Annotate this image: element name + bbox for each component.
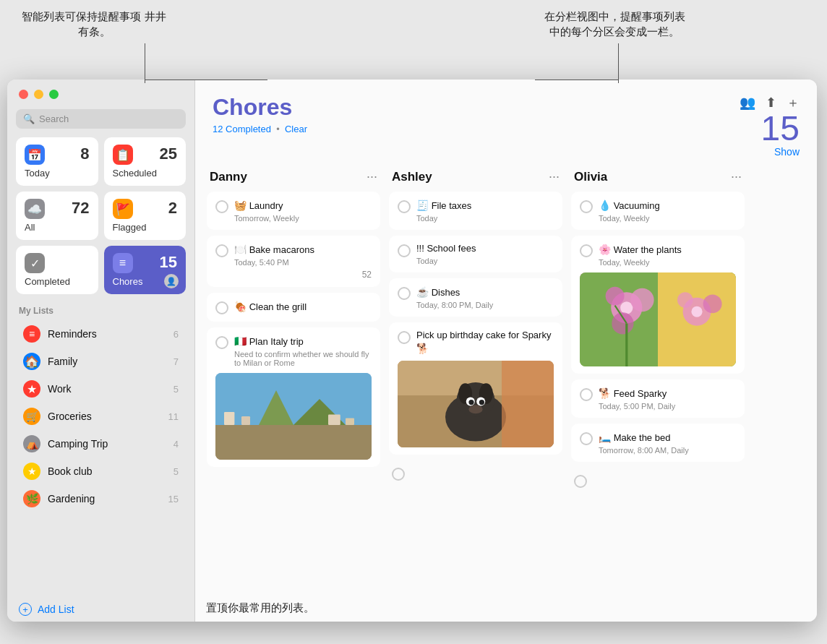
column-ashley-more-icon[interactable]: ··· (549, 169, 560, 184)
bake-title: 🍽️ Bake macarons (234, 243, 372, 257)
svg-point-26 (612, 312, 633, 334)
maximize-button[interactable] (49, 90, 59, 99)
taxes-emoji: 🧾 (416, 199, 429, 211)
svg-rect-5 (241, 416, 250, 425)
smart-card-chores[interactable]: ≡ Chores 15 👤 (104, 246, 187, 294)
app-window: 🔍 Search 📅 Today 8 📋 Scheduled 25 ☁️ All… (7, 80, 817, 622)
window-controls (7, 80, 194, 106)
reminder-school-fees[interactable]: !!! School fees Today (389, 236, 562, 272)
empty-checkbox[interactable] (574, 475, 587, 488)
ashley-empty-row (389, 460, 562, 486)
reminder-checkbox[interactable] (398, 244, 411, 257)
column-danny: Danny ··· 🧺 Laundry Tomorrow, (207, 169, 380, 622)
reminders-count: 6 (173, 329, 179, 340)
sidebar-item-work[interactable]: ★ Work 5 (12, 375, 190, 403)
reminder-checkbox[interactable] (398, 287, 411, 300)
reminders-icon: ≡ (23, 325, 40, 343)
svg-point-30 (691, 306, 702, 317)
search-bar[interactable]: 🔍 Search (16, 109, 186, 129)
column-ashley: Ashley ··· 🧾 File taxes Today (389, 169, 562, 622)
reminder-feed-sparky[interactable]: 🐕 Feed Sparky Today, 5:00 PM, Daily (571, 379, 745, 418)
column-olivia-name: Olivia (574, 170, 607, 184)
reminder-info: 🍖 Clean the grill (234, 300, 372, 314)
reminder-birthday-cake[interactable]: Pick up birthday cake for Sparky 🐕 (389, 322, 562, 455)
sidebar-item-bookclub[interactable]: ★ Book club 5 (12, 458, 190, 485)
italy-emoji: 🇮🇹 (234, 335, 247, 347)
taxes-title: 🧾 File taxes (416, 199, 554, 212)
reminder-checkbox[interactable] (215, 301, 228, 314)
reminder-dishes[interactable]: ☕ Dishes Today, 8:00 PM, Daily (389, 278, 562, 317)
flagged-count: 2 (168, 199, 177, 218)
empty-checkbox[interactable] (392, 468, 405, 481)
smart-card-flagged[interactable]: 🚩 Flagged 2 (104, 192, 187, 240)
reminder-checkbox[interactable] (215, 336, 228, 349)
gardening-icon: 🌿 (23, 490, 40, 507)
gardening-label: Gardening (48, 493, 161, 505)
reminder-info: 🍽️ Bake macarons Today, 5:40 PM (234, 243, 372, 267)
all-count: 72 (72, 199, 89, 218)
reminder-checkbox[interactable] (398, 331, 411, 344)
people-icon[interactable]: 👥 (740, 95, 755, 111)
smart-card-completed[interactable]: ✓ Completed (16, 246, 98, 294)
smart-card-today[interactable]: 📅 Today 8 (16, 137, 98, 186)
close-button[interactable] (19, 90, 28, 99)
column-danny-more-icon[interactable]: ··· (367, 169, 377, 184)
scheduled-label: Scheduled (113, 168, 178, 179)
column-danny-name: Danny (210, 170, 247, 184)
smart-card-scheduled[interactable]: 📋 Scheduled 25 (104, 137, 187, 186)
sidebar-item-gardening[interactable]: 🌿 Gardening 15 (12, 485, 190, 512)
feed-sparky-emoji: 🐕 (599, 387, 611, 399)
reminder-plan-italy[interactable]: 🇮🇹 Plan Italy trip Need to confirm wheth… (207, 327, 380, 467)
reminder-checkbox[interactable] (580, 388, 593, 401)
column-olivia-header: Olivia ··· (571, 169, 745, 192)
share-icon[interactable]: ⬆ (766, 95, 776, 111)
reminder-file-taxes[interactable]: 🧾 File taxes Today (389, 192, 562, 230)
reminder-clean-grill[interactable]: 🍖 Clean the grill (207, 293, 380, 322)
minimize-button[interactable] (34, 90, 43, 99)
all-icon: ☁️ (25, 199, 45, 219)
sidebar-item-reminders[interactable]: ≡ Reminders 6 (12, 320, 190, 348)
all-label: All (25, 222, 90, 233)
completed-icon: ✓ (25, 253, 45, 273)
chores-avatar: 👤 (164, 274, 179, 288)
main-header: Chores 12 Completed • Clear 👥 ⬆ ＋ 15 Sho… (195, 80, 817, 158)
italy-title: 🇮🇹 Plan Italy trip (234, 335, 372, 348)
reminder-checkbox[interactable] (580, 432, 593, 445)
reminder-make-bed[interactable]: 🛏️ Make the bed Tomorrow, 8:00 AM, Daily (571, 424, 745, 462)
reminder-checkbox[interactable] (398, 200, 411, 213)
reminder-checkbox[interactable] (580, 244, 593, 257)
sidebar-item-family[interactable]: 🏠 Family 7 (12, 348, 190, 375)
gardening-count: 15 (168, 494, 179, 505)
olivia-empty-row (571, 468, 745, 494)
reminder-checkbox[interactable] (580, 200, 593, 213)
school-fees-title: !!! School fees (416, 243, 554, 255)
dishes-subtitle: Today, 8:00 PM, Daily (416, 301, 554, 309)
reminder-water-plants[interactable]: 🌸 Water the plants Today, Weekly (571, 236, 745, 374)
bookclub-label: Book club (48, 465, 166, 477)
reminder-laundry[interactable]: 🧺 Laundry Tomorrow, Weekly (207, 192, 380, 230)
family-label: Family (48, 356, 166, 367)
birthday-cake-title: Pick up birthday cake for Sparky 🐕 (416, 330, 554, 356)
reminder-checkbox[interactable] (215, 200, 228, 213)
show-button[interactable]: Show (774, 146, 800, 158)
sidebar-item-groceries[interactable]: 🛒 Groceries 11 (12, 403, 190, 430)
grill-title: 🍖 Clean the grill (234, 300, 372, 314)
groceries-label: Groceries (48, 411, 161, 422)
scheduled-count: 25 (160, 145, 177, 163)
column-olivia-items: 💧 Vacuuming Today, Weekly (571, 192, 745, 622)
sidebar-item-camping[interactable]: ⛺ Camping Trip 4 (12, 430, 190, 458)
work-icon: ★ (23, 380, 40, 398)
reminder-checkbox[interactable] (215, 244, 228, 257)
smart-card-all[interactable]: ☁️ All 72 (16, 192, 98, 240)
flower-image (580, 272, 736, 366)
reminder-vacuuming[interactable]: 💧 Vacuuming Today, Weekly (571, 192, 745, 230)
laundry-title: 🧺 Laundry (234, 199, 372, 212)
columns-area: Danny ··· 🧺 Laundry Tomorrow, (195, 158, 817, 622)
bake-emoji: 🍽️ (234, 244, 247, 255)
annotation-smart-lists: 智能列表可保持提醒事项 井井有条。 (22, 9, 166, 39)
clear-button[interactable]: Clear (285, 124, 307, 134)
column-olivia-more-icon[interactable]: ··· (731, 169, 742, 184)
add-list-button[interactable]: + Add List (7, 597, 194, 622)
reminder-info: 🇮🇹 Plan Italy trip Need to confirm wheth… (234, 335, 372, 367)
reminder-bake-macarons[interactable]: 🍽️ Bake macarons Today, 5:40 PM 52 (207, 236, 380, 287)
